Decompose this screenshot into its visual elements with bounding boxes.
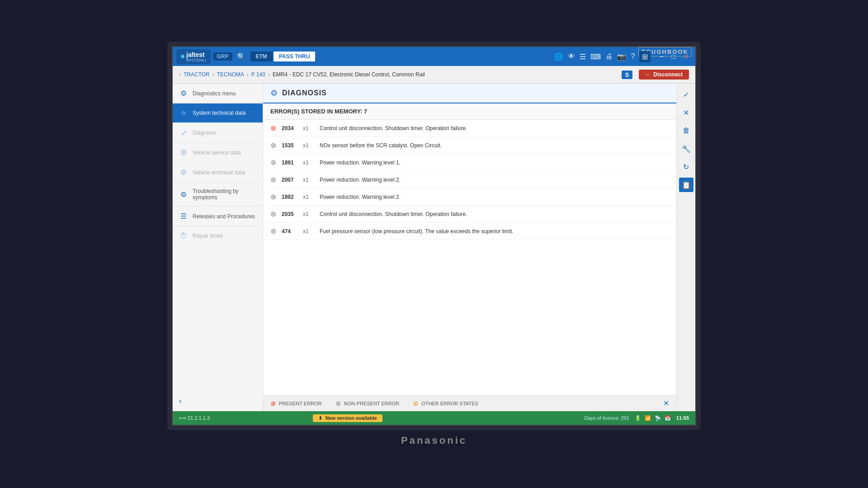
breadcrumb-arrow-3: ›	[247, 71, 249, 78]
sidebar-item-diagnostics-menu[interactable]: ⚙ Diagnostics menu	[173, 84, 263, 103]
check-button[interactable]: ✓	[679, 87, 693, 102]
legend-present-error: ⊗ PRESENT ERROR	[270, 399, 322, 408]
clipboard-button[interactable]: 📋	[679, 178, 693, 192]
breadcrumb-arrow-1: ›	[179, 71, 181, 78]
logo-dot	[181, 55, 184, 58]
sidebar-item-releases-procedures[interactable]: ☰ Releases and Procedures	[173, 206, 263, 226]
breadcrumb: › TRACTOR › TECNOMA › P 140 › EMR4 - EDC…	[173, 66, 695, 84]
error-count-2034: x1	[303, 125, 314, 131]
help-icon[interactable]: ?	[631, 52, 635, 61]
pass-thru-tab[interactable]: PASS THRU	[274, 52, 315, 61]
sidebar-item-system-label: System technical data	[193, 110, 245, 116]
error-icon-2035: ⊗	[270, 210, 276, 218]
grid-icon[interactable]: ⊞	[639, 51, 651, 62]
printer-icon[interactable]: 🖨	[605, 52, 613, 61]
legend-bar: ⊗ PRESENT ERROR ⊗ NON-PRESENT ERROR ⊗ OT…	[263, 395, 676, 411]
title-bar: jaltest BYCOJALI GRP 🔍 ETM PASS THRU 🌐 👁…	[173, 47, 695, 66]
cancel-button[interactable]: ✕	[679, 105, 693, 120]
sidebar-item-repair-times-label: Repair times	[193, 233, 223, 239]
sidebar-item-vehicle-service-data: ⚙ Vehicle service data	[173, 143, 263, 163]
main-area: ⚙ Diagnostics menu ○ System technical da…	[173, 84, 695, 411]
refresh-button[interactable]: ↻	[679, 160, 693, 174]
error-row-1892[interactable]: ⊗ 1892 x1 Power reduction. Warning level…	[263, 188, 676, 206]
sidebar-item-troubleshooting[interactable]: ⚙ Troubleshooting by symptoms	[173, 183, 263, 206]
sidebar-item-diagrams-label: Diagrams	[193, 130, 216, 136]
error-code-2007: 2007	[282, 177, 297, 183]
error-row-1535[interactable]: ⊗ 1535 x1 NOx sensor before the SCR cata…	[263, 137, 676, 154]
panasonic-brand-label: Panasonic	[401, 435, 467, 446]
legend-other-error-states: ⊗ OTHER ERROR STATES	[413, 399, 478, 408]
version-label: ⟺ 21.2.1.1.3	[179, 415, 210, 421]
usb-icon: ⟺	[179, 415, 186, 421]
breadcrumb-tractor[interactable]: TRACTOR	[184, 71, 210, 78]
delete-button[interactable]: 🗑	[679, 123, 693, 138]
error-code-1535: 1535	[282, 142, 297, 149]
status-icons: 🔋 📶 📡 📅	[635, 415, 671, 421]
sidebar-item-vehicle-technical-data: ⚙ Vehicle technical data	[173, 163, 263, 183]
error-row-1891[interactable]: ⊗ 1891 x1 Power reduction. Warning level…	[263, 154, 676, 171]
search-button[interactable]: 🔍	[235, 51, 248, 63]
disconnect-button[interactable]: ← Disconnect	[639, 70, 689, 80]
error-row-474[interactable]: ⊗ 474 x1 Fuel pressure sensor (low press…	[263, 223, 676, 240]
error-icon-1535: ⊗	[270, 141, 276, 150]
status-right-area: Days of licence: 291 🔋 📶 📡 📅 11:55	[585, 415, 689, 421]
sidebar-item-repair-times: ⏱ Repair times	[173, 226, 263, 246]
breadcrumb-tecnoma[interactable]: TECNOMA	[217, 71, 244, 78]
error-code-1891: 1891	[282, 160, 297, 166]
grp-badge: GRP	[213, 52, 232, 61]
troubleshooting-icon: ⚙	[179, 190, 188, 199]
error-code-474: 474	[282, 228, 297, 235]
etm-tab[interactable]: ETM	[250, 52, 273, 61]
error-code-1892: 1892	[282, 194, 297, 200]
error-icon-474: ⊗	[270, 227, 276, 235]
sidebar-item-vehicle-service-label: Vehicle service data	[193, 150, 241, 156]
sidebar-item-system-technical-data[interactable]: ○ System technical data	[173, 103, 263, 123]
update-notification[interactable]: ⬇ New version available	[313, 414, 382, 422]
error-desc-474: Fuel pressure sensor (low pressure circu…	[320, 228, 669, 235]
error-row-2034[interactable]: ⊗ 2034 x1 Control unit disconnection. Sh…	[263, 120, 676, 137]
legend-other-label: OTHER ERROR STATES	[421, 401, 478, 406]
toolbar-icons: 🌐 👁 ☰ ⌨ 🖨 📷 ? ⊞	[554, 51, 651, 62]
eye-icon[interactable]: 👁	[568, 52, 575, 61]
sidebar-item-troubleshooting-label: Troubleshooting by symptoms	[193, 188, 256, 201]
clock-display: 11:55	[676, 415, 689, 421]
error-count-1891: x1	[303, 160, 314, 166]
update-label: New version available	[325, 415, 377, 421]
diagnosis-icon: ⚙	[270, 88, 278, 98]
errors-list: ⊗ 2034 x1 Control unit disconnection. Sh…	[263, 120, 676, 395]
globe-icon[interactable]: 🌐	[554, 52, 563, 61]
breadcrumb-p140[interactable]: P 140	[251, 71, 265, 78]
legend-present-label: PRESENT ERROR	[279, 401, 322, 406]
error-row-2035[interactable]: ⊗ 2035 x1 Control unit disconnection. Sh…	[263, 206, 676, 223]
diagnosis-header: ⚙ DIAGNOSIS	[263, 84, 676, 103]
list-icon[interactable]: ☰	[580, 52, 586, 61]
error-row-2007[interactable]: ⊗ 2007 x1 Power reduction. Warning level…	[263, 171, 676, 188]
calendar-icon: 📅	[665, 415, 671, 421]
error-desc-1892: Power reduction. Warning level 2.	[320, 194, 669, 200]
sidebar-item-diagrams: ⤢ Diagrams	[173, 123, 263, 143]
sidebar: ⚙ Diagnostics menu ○ System technical da…	[173, 84, 263, 411]
sidebar-item-releases-label: Releases and Procedures	[193, 213, 255, 220]
content-area: ⚙ DIAGNOSIS ERROR(S) STORED IN MEMORY: 7…	[263, 84, 676, 411]
error-count-2035: x1	[303, 211, 314, 217]
vehicle-service-icon: ⚙	[179, 148, 188, 157]
camera-icon[interactable]: 📷	[617, 52, 626, 61]
breadcrumb-current: EMR4 - EDC 17 CV52, Electronic Diesel Co…	[273, 71, 425, 78]
vehicle-technical-icon: ⚙	[179, 168, 188, 177]
breadcrumb-arrow-4: ›	[268, 71, 270, 78]
diagnosis-title: DIAGNOSIS	[282, 89, 327, 97]
version-number: 21.2.1.1.3	[188, 415, 210, 421]
back-icon: ‹	[179, 396, 182, 406]
legend-close-button[interactable]: ✕	[663, 399, 669, 408]
tool-button[interactable]: 🔧	[679, 141, 693, 156]
releases-icon: ☰	[179, 212, 188, 221]
keyboard-icon[interactable]: ⌨	[590, 52, 601, 61]
status-bar: ⟺ 21.2.1.1.3 ⬇ New version available Day…	[173, 411, 695, 425]
disconnect-label: Disconnect	[653, 71, 683, 78]
error-desc-1891: Power reduction. Warning level 1.	[320, 160, 669, 166]
logo-sub: BYCOJALI	[186, 58, 206, 62]
nav-tabs: ETM PASS THRU	[250, 52, 316, 61]
error-count-1892: x1	[303, 194, 314, 200]
error-count-2007: x1	[303, 177, 314, 183]
back-button[interactable]: ‹	[173, 391, 263, 411]
